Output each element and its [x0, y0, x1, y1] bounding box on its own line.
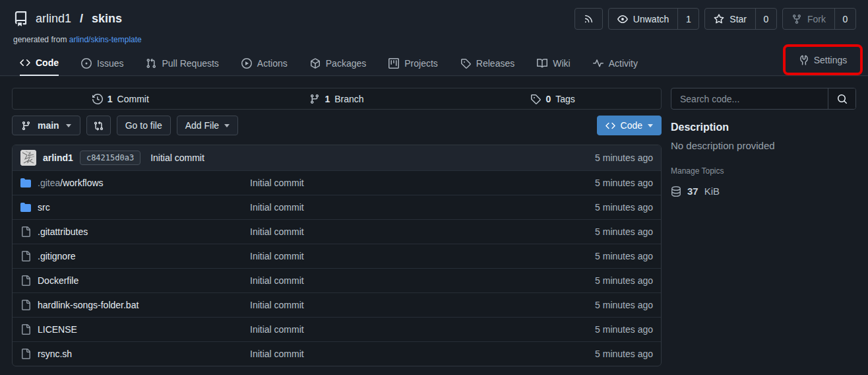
repo-action-buttons: Unwatch 1 Star 0 Fork 0 — [574, 8, 856, 30]
manage-topics-link[interactable]: Manage Topics — [671, 166, 856, 176]
file-link[interactable]: rsync.sh — [20, 349, 250, 359]
chevron-down-icon — [648, 124, 653, 127]
unwatch-button[interactable]: Unwatch — [609, 9, 677, 29]
file-commit-message[interactable]: Initial commit — [250, 226, 561, 237]
repo-name-link[interactable]: skins — [92, 12, 122, 26]
tab-label: Actions — [257, 58, 288, 69]
tab-label: Releases — [476, 58, 514, 69]
commit-time: 5 minutes ago — [595, 153, 653, 163]
file-commit-message[interactable]: Initial commit — [250, 349, 561, 359]
table-row: .gitea/workflows Initial commit 5 minute… — [13, 170, 661, 195]
package-icon — [310, 58, 321, 69]
file-icon — [20, 226, 31, 237]
project-board-icon — [388, 58, 399, 69]
code-icon — [20, 57, 30, 68]
tab-settings[interactable]: Settings — [799, 55, 848, 65]
repo-header: arlind1/skins Unwatch 1 Star 0 — [0, 0, 868, 77]
branches-link[interactable]: 1 Branch — [229, 88, 445, 109]
commit-message[interactable]: Initial commit — [150, 153, 204, 163]
file-link[interactable]: .gitignore — [20, 251, 250, 261]
watch-count[interactable]: 1 — [677, 9, 698, 29]
fork-label: Fork — [807, 14, 826, 24]
tab-issues[interactable]: Issues — [81, 51, 123, 75]
file-icon — [20, 300, 31, 310]
star-count[interactable]: 0 — [755, 9, 776, 29]
tab-activity[interactable]: Activity — [593, 51, 638, 75]
file-link[interactable]: .gitea/workflows — [20, 178, 250, 188]
commit-hash[interactable]: c84215d0a3 — [80, 151, 140, 165]
file-commit-message[interactable]: Initial commit — [250, 251, 561, 261]
latest-commit-row: arlind1 c84215d0a3 Initial commit 5 minu… — [13, 145, 661, 170]
description-title: Description — [671, 121, 856, 133]
table-row: Dockerfile Initial commit 5 minutes ago — [13, 268, 661, 292]
code-download-button[interactable]: Code — [597, 116, 662, 135]
table-row: .gitattributes Initial commit 5 minutes … — [13, 219, 661, 244]
file-commit-message[interactable]: Initial commit — [250, 178, 561, 188]
table-row: LICENSE Initial commit 5 minutes ago — [13, 317, 661, 341]
star-button-group: Star 0 — [704, 8, 777, 30]
file-link[interactable]: LICENSE — [20, 324, 250, 335]
highlight-box: Settings — [783, 44, 863, 75]
file-name: LICENSE — [38, 324, 77, 335]
compare-button[interactable] — [86, 116, 111, 135]
tab-label: Activity — [609, 58, 638, 69]
branch-icon — [21, 121, 31, 131]
file-name: .gitignore — [38, 251, 76, 261]
go-to-file-button[interactable]: Go to file — [117, 116, 171, 135]
commits-link[interactable]: 1 Commit — [13, 88, 229, 109]
star-button[interactable]: Star — [705, 9, 755, 29]
rss-button-segment[interactable] — [575, 9, 602, 29]
tab-code[interactable]: Code — [20, 51, 59, 76]
tag-count-label: Tags — [555, 94, 575, 104]
book-icon — [537, 58, 547, 69]
tab-actions[interactable]: Actions — [241, 51, 288, 75]
tab-pull-requests[interactable]: Pull Requests — [146, 51, 218, 75]
file-commit-message[interactable]: Initial commit — [250, 275, 561, 286]
fork-icon — [791, 14, 802, 24]
file-toolbar: main Go to file Add File Code — [12, 116, 662, 135]
tab-packages[interactable]: Packages — [310, 51, 366, 75]
rss-button[interactable] — [574, 8, 603, 30]
main-column: 1 Commit 1 Branch 0 Tags main — [12, 88, 662, 366]
file-link[interactable]: .gitattributes — [20, 226, 250, 237]
fork-count[interactable]: 0 — [834, 9, 855, 29]
file-name: rsync.sh — [38, 349, 72, 359]
search-button[interactable] — [828, 88, 855, 109]
avatar[interactable] — [20, 150, 36, 166]
tab-projects[interactable]: Projects — [388, 51, 438, 75]
description-text: No description provided — [671, 140, 856, 151]
file-icon — [20, 324, 31, 335]
file-link[interactable]: hardlink-songs-folder.bat — [20, 300, 250, 310]
repo-size: 37 KiB — [671, 186, 856, 197]
repo-icon — [13, 11, 28, 26]
file-commit-time: 5 minutes ago — [561, 226, 653, 237]
eye-icon — [617, 14, 628, 24]
file-commit-message[interactable]: Initial commit — [250, 324, 561, 335]
file-link[interactable]: src — [20, 202, 250, 213]
search-input[interactable] — [671, 88, 828, 109]
repo-content: 1 Commit 1 Branch 0 Tags main — [0, 77, 868, 366]
template-repo-link[interactable]: arlind/skins-template — [69, 35, 142, 44]
branch-count-label: Branch — [334, 94, 363, 104]
fork-button[interactable]: Fork — [783, 9, 834, 29]
file-link[interactable]: Dockerfile — [20, 275, 250, 286]
repo-size-unit: KiB — [704, 186, 720, 197]
file-commit-message[interactable]: Initial commit — [250, 202, 561, 213]
file-commit-message[interactable]: Initial commit — [250, 300, 561, 310]
tab-wiki[interactable]: Wiki — [537, 51, 570, 75]
unwatch-label: Unwatch — [633, 14, 669, 24]
file-icon — [20, 251, 31, 261]
chevron-down-icon — [66, 124, 71, 127]
branch-name: main — [38, 120, 59, 131]
add-file-button[interactable]: Add File — [177, 116, 238, 135]
tab-releases[interactable]: Releases — [460, 51, 514, 75]
tags-link[interactable]: 0 Tags — [445, 88, 661, 109]
repo-owner-link[interactable]: arlind1 — [36, 12, 71, 26]
file-name: Dockerfile — [38, 275, 78, 286]
file-commit-time: 5 minutes ago — [561, 178, 653, 188]
commit-author[interactable]: arlind1 — [43, 153, 73, 163]
commit-count: 1 — [108, 94, 113, 104]
branch-selector[interactable]: main — [12, 116, 80, 135]
branch-count: 1 — [325, 94, 330, 104]
code-search — [671, 88, 856, 110]
